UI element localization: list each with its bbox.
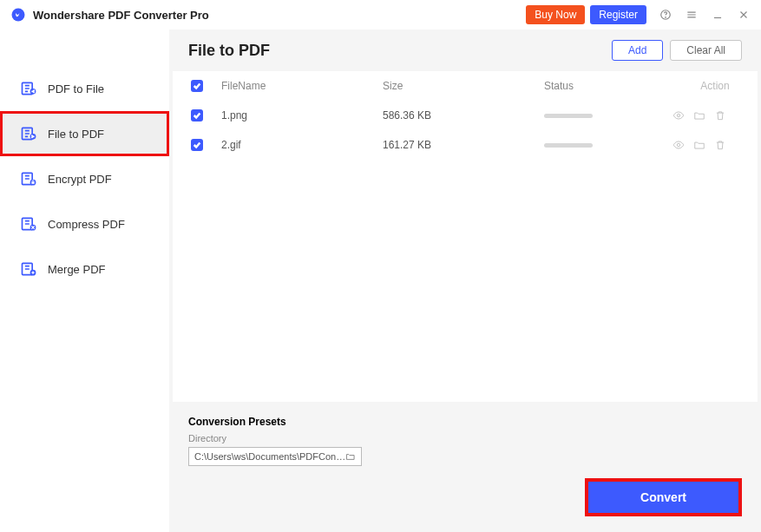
row-checkbox[interactable] xyxy=(191,139,203,151)
buy-now-button[interactable]: Buy Now xyxy=(526,5,585,24)
sidebar-item-label: PDF to File xyxy=(48,82,104,95)
svg-point-14 xyxy=(677,114,680,117)
encrypt-pdf-icon xyxy=(20,170,37,187)
presets-title: Conversion Presets xyxy=(188,416,742,428)
svg-point-15 xyxy=(677,143,680,147)
header-action: Action xyxy=(700,80,729,92)
close-icon[interactable] xyxy=(737,8,751,22)
compress-pdf-icon xyxy=(20,215,37,233)
titlebar: Wondershare PDF Converter Pro Buy Now Re… xyxy=(0,0,761,30)
sidebar-item-pdf-to-file[interactable]: PDF to File xyxy=(0,66,169,111)
svg-rect-9 xyxy=(31,181,34,184)
header-size: Size xyxy=(383,80,544,92)
sidebar-item-label: Encrypt PDF xyxy=(48,173,112,186)
add-button[interactable]: Add xyxy=(612,40,663,61)
page-title: File to PDF xyxy=(188,42,605,60)
sidebar: PDF to File File to PDF Encrypt PDF Comp… xyxy=(0,30,169,532)
directory-label: Directory xyxy=(188,433,742,443)
sidebar-item-file-to-pdf[interactable]: File to PDF xyxy=(0,111,169,156)
app-logo-icon xyxy=(10,7,26,23)
table-row: 2.gif 161.27 KB xyxy=(173,130,758,160)
cell-filename: 2.gif xyxy=(221,139,383,151)
header-filename: FileName xyxy=(221,80,383,92)
table-row: 1.png 586.36 KB xyxy=(173,101,758,130)
file-to-pdf-icon xyxy=(20,125,37,142)
sidebar-item-label: Merge PDF xyxy=(48,263,105,276)
folder-icon[interactable] xyxy=(693,109,705,122)
register-button[interactable]: Register xyxy=(590,5,646,24)
preview-icon[interactable] xyxy=(672,109,685,122)
sidebar-item-compress-pdf[interactable]: Compress PDF xyxy=(0,201,169,246)
merge-pdf-icon xyxy=(20,260,37,278)
menu-icon[interactable] xyxy=(685,8,699,22)
sidebar-item-encrypt-pdf[interactable]: Encrypt PDF xyxy=(0,156,169,201)
row-checkbox[interactable] xyxy=(191,109,203,122)
status-progress xyxy=(544,143,593,148)
sidebar-item-label: Compress PDF xyxy=(48,218,125,231)
directory-value: C:\Users\ws\Documents\PDFConvert xyxy=(194,451,345,462)
cell-size: 161.27 KB xyxy=(383,139,544,151)
preview-icon[interactable] xyxy=(672,139,685,151)
pdf-to-file-icon xyxy=(20,80,37,97)
clear-all-button[interactable]: Clear All xyxy=(670,40,742,61)
delete-icon[interactable] xyxy=(714,139,726,151)
file-table: FileName Size Status Action 1.png 586.36… xyxy=(173,71,758,402)
table-header: FileName Size Status Action xyxy=(173,71,758,101)
app-title: Wondershare PDF Converter Pro xyxy=(33,9,521,22)
svg-point-2 xyxy=(666,17,666,18)
header-status: Status xyxy=(544,80,672,92)
browse-folder-icon[interactable] xyxy=(345,451,356,462)
directory-input[interactable]: C:\Users\ws\Documents\PDFConvert xyxy=(188,447,362,466)
sidebar-item-label: File to PDF xyxy=(48,128,104,141)
minimize-icon[interactable] xyxy=(711,8,725,22)
cell-filename: 1.png xyxy=(221,109,383,122)
sidebar-item-merge-pdf[interactable]: Merge PDF xyxy=(0,246,169,292)
delete-icon[interactable] xyxy=(714,109,726,122)
folder-icon[interactable] xyxy=(693,139,705,151)
cell-size: 586.36 KB xyxy=(383,109,544,122)
convert-button[interactable]: Convert xyxy=(585,478,742,516)
status-progress xyxy=(544,114,593,118)
help-icon[interactable] xyxy=(659,8,672,22)
select-all-checkbox[interactable] xyxy=(191,80,203,92)
